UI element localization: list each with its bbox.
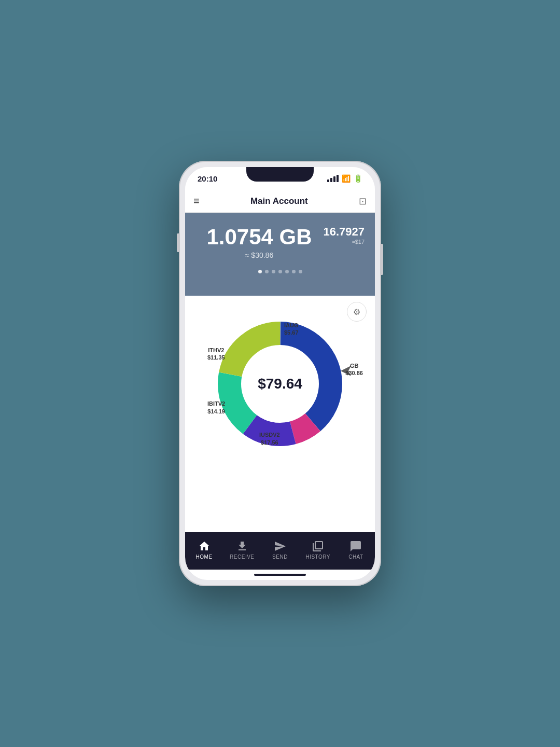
menu-button[interactable]: ≡ — [193, 195, 200, 207]
status-time: 20:10 — [198, 174, 217, 183]
battery-icon: 🔋 — [354, 174, 362, 183]
signal-icon — [327, 175, 339, 182]
secondary-balance: 16.7927 ≈$17 — [323, 225, 365, 245]
home-bar — [254, 574, 306, 576]
secondary-amount: 16.7927 — [323, 225, 365, 239]
donut-center-label: $79.64 — [258, 376, 302, 392]
chat-icon — [349, 540, 362, 552]
secondary-usd: ≈$17 — [323, 239, 365, 245]
nav-history[interactable]: HISTORY — [299, 540, 337, 560]
dot-2[interactable] — [265, 270, 269, 273]
wifi-icon: 📶 — [342, 174, 351, 183]
receive-icon — [236, 540, 248, 552]
home-indicator — [185, 570, 375, 580]
dot-4[interactable] — [278, 270, 282, 273]
label-iusdv2: IUSDV2 $17.56 — [259, 431, 280, 446]
nav-chat-label: CHAT — [348, 554, 363, 560]
nav-send[interactable]: SEND — [261, 540, 299, 560]
history-icon — [312, 540, 324, 552]
balance-card: 1.0754 GB ≈ $30.86 16.7927 ≈$17 — [185, 213, 375, 296]
chart-area: ⚙ — [185, 296, 375, 532]
dot-1[interactable] — [258, 270, 262, 273]
phone-frame: 20:10 📶 🔋 ≡ Main Account ⊡ 1.0 — [179, 161, 381, 586]
page-title: Main Account — [250, 196, 308, 206]
status-icons: 📶 🔋 — [327, 174, 362, 183]
total-value: $79.64 — [258, 376, 302, 392]
nav-chat[interactable]: CHAT — [337, 540, 375, 560]
nav-send-label: SEND — [272, 554, 288, 560]
gb-pointer — [338, 363, 354, 379]
nav-receive-label: RECEIVE — [230, 554, 254, 560]
status-bar: 20:10 📶 🔋 — [185, 167, 375, 190]
bottom-nav: HOME RECEIVE SEND HISTORY — [185, 532, 375, 570]
nav-history-label: HISTORY — [305, 554, 330, 560]
phone-screen: 20:10 📶 🔋 ≡ Main Account ⊡ 1.0 — [185, 167, 375, 580]
label-iaug: IAUG $5.67 — [284, 322, 299, 337]
label-ibitv2: IBITV2 $14.19 — [207, 400, 225, 415]
nav-receive[interactable]: RECEIVE — [223, 540, 261, 560]
label-ithv2: ITHV2 $11.35 — [207, 347, 225, 362]
primary-amount: 1.0754 GB — [195, 225, 323, 249]
pagination-dots — [195, 270, 365, 273]
dot-3[interactable] — [272, 270, 275, 273]
scan-button[interactable]: ⊡ — [359, 196, 367, 207]
nav-home-label: HOME — [196, 554, 213, 560]
dot-6[interactable] — [292, 270, 296, 273]
app-header: ≡ Main Account ⊡ — [185, 190, 375, 213]
primary-balance: 1.0754 GB ≈ $30.86 — [195, 225, 323, 259]
send-icon — [274, 540, 286, 552]
donut-chart: $79.64 GB $30.86 IAUG $5.67 ITHV2 $11.35… — [202, 306, 358, 462]
home-icon — [198, 540, 211, 552]
primary-usd: ≈ $30.86 — [195, 251, 323, 259]
dot-5[interactable] — [285, 270, 289, 273]
nav-home[interactable]: HOME — [185, 540, 223, 560]
notch — [246, 167, 314, 182]
svg-marker-0 — [341, 366, 351, 376]
dot-7[interactable] — [299, 270, 302, 273]
